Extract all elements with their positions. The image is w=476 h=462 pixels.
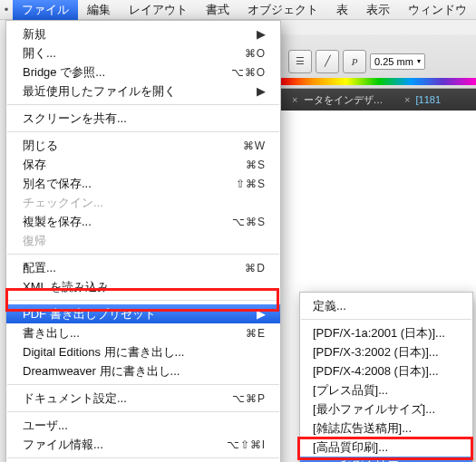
menu-open-recent[interactable]: 最近使用したファイルを開く ▶: [6, 82, 280, 101]
pdf-presets-submenu: 定義... [PDF/X-1a:2001 (日本)]... [PDF/X-3:2…: [299, 292, 473, 462]
preset-x3[interactable]: [PDF/X-3:2002 (日本)]...: [300, 342, 472, 361]
menubar: • ファイル 編集 レイアウト 書式 オブジェクト 表 表示 ウィンドウ: [0, 0, 476, 20]
preset-press[interactable]: [プレス品質]...: [300, 380, 472, 399]
separator: [7, 131, 279, 132]
separator: [7, 411, 279, 412]
paragraph-icon[interactable]: P: [343, 50, 366, 73]
menu-close[interactable]: 閉じる ⌘W: [6, 136, 280, 155]
file-menu: 新規 ▶ 開く... ⌘O Bridge で参照... ⌥⌘O 最近使用したファ…: [5, 20, 281, 462]
menu-object[interactable]: オブジェクト: [238, 0, 327, 20]
shortcut: ⇧⌘S: [236, 178, 266, 190]
separator: [7, 300, 279, 301]
menu-save-as[interactable]: 別名で保存... ⇧⌘S: [6, 174, 280, 193]
shortcut: ⌘E: [246, 327, 266, 340]
menu-file[interactable]: ファイル: [13, 0, 78, 20]
preset-small[interactable]: [最小ファイルサイズ]...: [300, 399, 472, 419]
menu-export-digital-editions[interactable]: Digital Editions 用に書き出し...: [6, 342, 280, 361]
tool-button[interactable]: ╱: [316, 50, 339, 73]
apple-icon: •: [0, 3, 13, 16]
preset-x4[interactable]: [PDF/X-4:2008 (日本)]...: [300, 361, 472, 380]
tab-label: [1181: [416, 94, 442, 105]
preset-define[interactable]: 定義...: [300, 296, 472, 315]
separator: [7, 384, 279, 385]
preset-printer[interactable]: PDF 印刷会社用...: [300, 457, 472, 462]
menu-file-info[interactable]: ファイル情報... ⌥⇧⌘I: [6, 435, 280, 454]
menu-browse-bridge[interactable]: Bridge で参照... ⌥⌘O: [6, 63, 280, 82]
preset-magazine[interactable]: [雑誌広告送稿用]...: [300, 419, 472, 438]
shortcut: ⌘O: [245, 47, 266, 60]
menu-open[interactable]: 開く... ⌘O: [6, 43, 280, 63]
menu-new[interactable]: 新規 ▶: [6, 24, 280, 43]
separator: [7, 104, 279, 105]
shortcut: ⌥⇧⌘I: [227, 438, 266, 451]
menu-edit[interactable]: 編集: [78, 0, 120, 20]
close-icon[interactable]: ×: [404, 94, 410, 105]
menu-user[interactable]: ユーザ...: [6, 416, 280, 435]
shortcut: ⌘S: [246, 159, 266, 171]
menu-window[interactable]: ウィンドウ: [399, 0, 476, 20]
menu-pdf-export-presets[interactable]: PDF 書き出しプリセット ▶: [6, 304, 280, 323]
menu-export[interactable]: 書き出し... ⌘E: [6, 323, 280, 342]
document-tabs: × ータをインデザインC... × [1181: [281, 89, 476, 111]
stroke-weight-field[interactable]: 0.25 mm ▾: [370, 53, 425, 70]
menu-layout[interactable]: レイアウト: [120, 0, 197, 20]
separator: [7, 457, 279, 458]
menu-save[interactable]: 保存 ⌘S: [6, 155, 280, 174]
menu-share-screen[interactable]: スクリーンを共有...: [6, 109, 280, 128]
shortcut: ⌥⌘O: [231, 66, 266, 79]
separator: [301, 319, 471, 320]
shortcut: ⌥⌘S: [232, 216, 266, 228]
menu-checkin: チェックイン...: [6, 193, 280, 212]
close-icon[interactable]: ×: [292, 94, 297, 105]
chevron-down-icon: ▾: [417, 57, 421, 65]
tool-button[interactable]: ☰: [288, 50, 312, 73]
shortcut: ⌥⌘P: [232, 392, 266, 405]
separator: [7, 254, 279, 255]
submenu-arrow-icon: ▶: [255, 27, 266, 41]
stroke-value: 0.25 mm: [374, 56, 413, 67]
menu-view[interactable]: 表示: [357, 0, 399, 20]
shortcut: ⌘D: [245, 262, 266, 274]
menu-export-dreamweaver[interactable]: Dreamweaver 用に書き出し...: [6, 361, 280, 380]
shortcut: ⌘W: [243, 140, 266, 152]
color-spectrum[interactable]: [281, 78, 476, 85]
submenu-arrow-icon: ▶: [255, 84, 266, 98]
submenu-arrow-icon: ▶: [255, 307, 266, 321]
menu-table[interactable]: 表: [327, 0, 357, 20]
menu-save-copy[interactable]: 複製を保存... ⌥⌘S: [6, 212, 280, 231]
document-tab[interactable]: × [1181: [399, 92, 446, 107]
preset-x1a[interactable]: [PDF/X-1a:2001 (日本)]...: [300, 323, 472, 342]
menu-revert: 復帰: [6, 231, 280, 250]
menu-format[interactable]: 書式: [197, 0, 238, 20]
tab-label: ータをインデザインC...: [304, 94, 396, 105]
menu-place[interactable]: 配置... ⌘D: [6, 258, 280, 277]
document-tab[interactable]: × ータをインデザインC...: [287, 91, 395, 109]
preset-high-quality[interactable]: [高品質印刷]...: [300, 438, 472, 457]
menu-import-xml[interactable]: XML を読み込み...: [6, 277, 280, 296]
menu-document-setup[interactable]: ドキュメント設定... ⌥⌘P: [6, 389, 280, 408]
